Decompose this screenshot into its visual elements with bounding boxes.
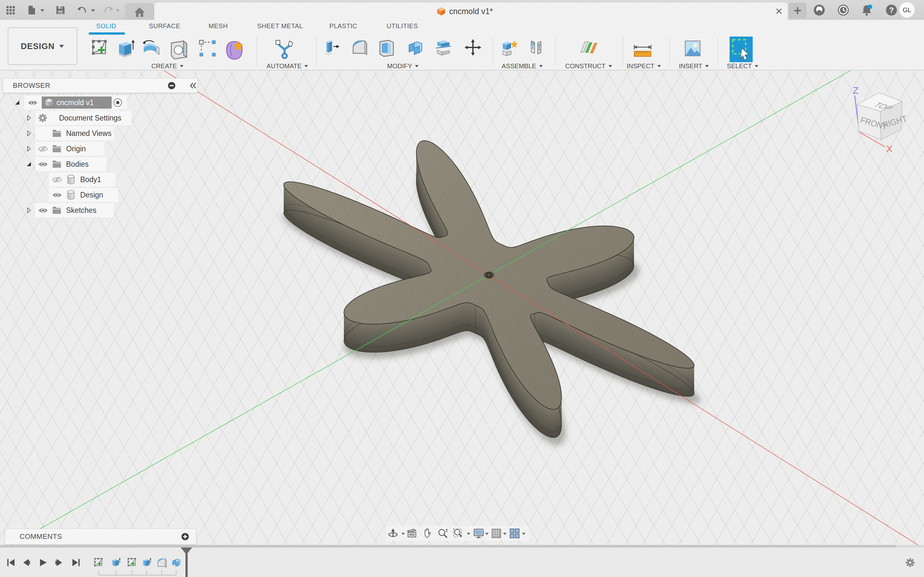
ribbon-tab-mesh[interactable]: MESH	[208, 23, 228, 30]
viewports-caret-icon[interactable]	[522, 532, 526, 535]
viewports-icon[interactable]	[509, 528, 520, 539]
ribbon-tab-plastic[interactable]: PLASTIC	[330, 23, 357, 30]
split-body-icon[interactable]	[434, 39, 453, 57]
collapse-all-icon[interactable]	[167, 81, 176, 90]
group-label-inspect[interactable]: INSPECT	[627, 63, 661, 70]
disclosure-open-icon[interactable]	[14, 99, 21, 106]
help-icon[interactable]: ?	[885, 4, 898, 16]
undo-icon[interactable]	[77, 5, 87, 15]
joint-icon[interactable]	[527, 39, 545, 57]
browser-row-document-settings[interactable]: Document Settings	[0, 111, 208, 125]
comments-bar[interactable]: COMMENTS	[5, 529, 196, 545]
disclosure-closed-icon[interactable]	[26, 207, 32, 213]
hole-icon[interactable]	[168, 39, 191, 61]
document-tab[interactable]: cncmold v1*	[154, 3, 788, 20]
active-component-radio[interactable]	[113, 98, 123, 107]
visibility-off-icon[interactable]	[52, 176, 62, 183]
ribbon-tab-surface[interactable]: SURFACE	[149, 23, 180, 30]
disclosure-closed-icon[interactable]	[26, 115, 32, 121]
look-at-icon[interactable]	[406, 528, 417, 539]
avatar[interactable]: GL	[899, 2, 915, 18]
file-menu-caret-icon[interactable]	[40, 9, 45, 12]
visibility-off-icon[interactable]	[38, 145, 48, 153]
timeline-settings-gear-icon[interactable]	[905, 557, 916, 568]
group-label-construct[interactable]: CONSTRUCT	[565, 63, 612, 70]
browser-label: Design	[80, 191, 103, 199]
notifications-icon[interactable]	[861, 4, 873, 16]
close-tab-icon[interactable]	[775, 7, 783, 15]
group-label-assemble[interactable]: ASSEMBLE	[502, 63, 543, 70]
recent-icon[interactable]	[837, 4, 850, 16]
construction-plane-icon[interactable]	[579, 39, 599, 58]
group-label-insert[interactable]: INSERT	[679, 63, 709, 70]
home-tab[interactable]	[125, 3, 154, 20]
collapse-panel-icon[interactable]	[189, 81, 197, 90]
new-component-icon[interactable]	[500, 39, 519, 57]
extensions-icon[interactable]	[813, 4, 825, 16]
automate-icon[interactable]	[274, 39, 295, 60]
timeline-playhead[interactable]	[178, 548, 194, 559]
select-icon[interactable]	[729, 36, 753, 63]
visibility-on-icon[interactable]	[38, 207, 48, 214]
group-label-automate[interactable]: AUTOMATE	[267, 63, 309, 70]
browser-row-cncmold-v1[interactable]: cncmold v1	[0, 95, 208, 110]
grid-settings-icon[interactable]	[491, 528, 502, 539]
browser-row-sketches[interactable]: Sketches	[0, 203, 208, 218]
pan-icon[interactable]	[422, 528, 433, 539]
redo-icon[interactable]	[103, 5, 113, 15]
shell-icon[interactable]	[377, 39, 397, 58]
browser-row-body1[interactable]: Body1	[0, 172, 208, 187]
redo-menu-caret-icon[interactable]	[115, 9, 120, 12]
save-icon[interactable]	[55, 5, 65, 15]
group-label-modify[interactable]: MODIFY	[387, 63, 419, 70]
form-icon[interactable]	[223, 39, 246, 61]
pattern-icon[interactable]	[198, 39, 218, 58]
window-zoom-caret-icon[interactable]	[467, 532, 471, 535]
expand-comments-icon[interactable]	[181, 532, 190, 541]
ribbon-tab-utilities[interactable]: UTILITIES	[387, 23, 418, 30]
window-zoom-icon[interactable]	[453, 528, 464, 539]
visibility-on-icon[interactable]	[27, 99, 38, 106]
group-separator	[316, 37, 317, 66]
ribbon-tab-sheet-metal[interactable]: SHEET METAL	[257, 23, 303, 30]
workspace-selector[interactable]: DESIGN	[8, 27, 78, 65]
browser-header[interactable]: BROWSER	[3, 78, 198, 93]
insert-image-icon[interactable]	[683, 39, 703, 58]
disclosure-closed-icon[interactable]	[26, 145, 32, 152]
zoom-icon[interactable]	[437, 528, 448, 539]
browser-row-named-views[interactable]: Named Views	[0, 126, 208, 140]
view-cube[interactable]: Z X TOP FRONT RIGHT	[850, 87, 924, 157]
grid-settings-caret-icon[interactable]	[503, 532, 507, 535]
ribbon-tab-solid[interactable]: SOLID	[96, 23, 116, 30]
undo-menu-caret-icon[interactable]	[91, 9, 95, 12]
new-tab-button[interactable]	[788, 3, 806, 19]
visibility-on-icon[interactable]	[52, 191, 62, 199]
disclosure-closed-icon[interactable]	[26, 130, 32, 137]
browser-row-design[interactable]: Design	[0, 188, 208, 202]
display-settings-caret-icon[interactable]	[485, 532, 489, 535]
browser-label: Sketches	[66, 206, 97, 215]
display-settings-icon[interactable]	[473, 528, 484, 539]
create-sketch-icon[interactable]	[90, 39, 110, 58]
group-label-select[interactable]: SELECT	[727, 63, 759, 70]
app-grid-icon[interactable]	[5, 5, 15, 15]
fillet-icon[interactable]	[351, 39, 368, 56]
group-label-create[interactable]: CREATE	[152, 63, 184, 70]
revolve-icon[interactable]	[139, 39, 161, 60]
move-icon[interactable]	[464, 39, 482, 56]
measure-icon[interactable]	[632, 39, 654, 60]
combine-icon[interactable]	[406, 39, 425, 57]
browser-row-origin[interactable]: Origin	[0, 142, 208, 156]
folder-icon	[52, 145, 61, 153]
new-file-icon[interactable]	[27, 5, 37, 15]
primitive-box-icon[interactable]	[115, 39, 136, 60]
disclosure-open-icon[interactable]	[26, 161, 32, 167]
viewport-3d[interactable]: Z X TOP FRONT RIGHT BROWSER cncmold v1Do…	[0, 71, 924, 545]
visibility-on-icon[interactable]	[38, 161, 48, 168]
browser-title: BROWSER	[13, 81, 50, 90]
browser-row-bodies[interactable]: Bodies	[0, 157, 208, 171]
timeline-playhead-bar[interactable]	[186, 558, 188, 577]
orbit-caret-icon[interactable]	[401, 532, 405, 535]
press-pull-icon[interactable]	[324, 39, 341, 56]
orbit-icon[interactable]	[388, 528, 399, 539]
